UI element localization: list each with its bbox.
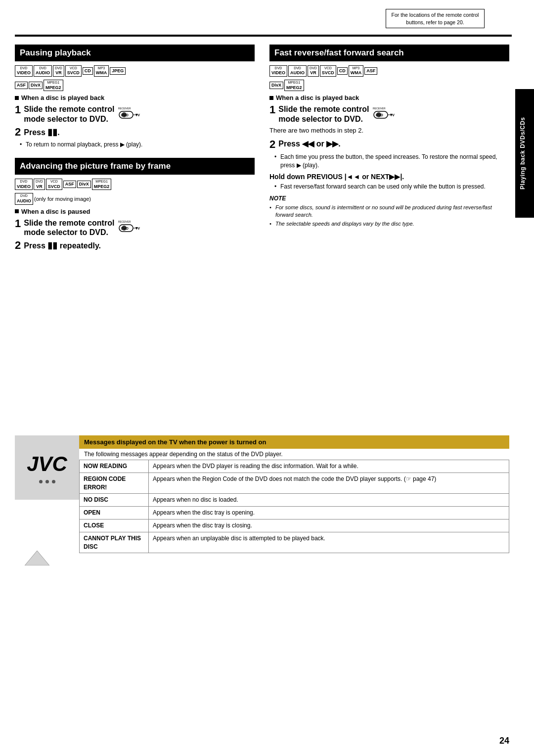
- svg-text:RECEIVER: RECEIVER: [118, 107, 131, 110]
- badge-dvd-vr: DVDVR: [53, 65, 64, 77]
- badge-fs-vcd: VCDSVCD: [320, 65, 336, 77]
- fast-when-label: When a disc is played back: [269, 94, 509, 101]
- fast-formats-row2: DivX MPEG1MPEG2: [269, 80, 509, 91]
- note-item1: For some discs, sound is intermittent or…: [269, 204, 509, 219]
- table-row: NO DISCAppears when no disc is loaded.: [80, 494, 509, 507]
- badge-mpeg12: MPEG1MPEG2: [44, 80, 63, 91]
- badge-divx: DivX: [29, 82, 43, 89]
- jvc-dots: [39, 480, 55, 483]
- advancing-step2: 2 Press ▮▮ repeatedly.: [15, 240, 255, 251]
- advancing-step1: 1 Slide the remote control mode selector…: [15, 218, 255, 237]
- side-tab: Playing back DVDs/CDs: [515, 89, 534, 218]
- message-description: Appears when the disc tray is opening.: [149, 507, 509, 520]
- svg-text:DVD: DVD: [376, 113, 383, 117]
- advancing-step1-content: Slide the remote control mode selector t…: [24, 218, 255, 237]
- black-bullet-1: [15, 96, 19, 100]
- advancing-formats-row2: DVDAUDIO (only for moving image): [15, 193, 255, 204]
- note-title: NOTE: [269, 195, 509, 202]
- table-row: OPENAppears when the disc tray is openin…: [80, 507, 509, 520]
- message-code: NO DISC: [80, 494, 149, 507]
- advancing-frame-header: Advancing the picture frame by frame: [15, 158, 255, 175]
- badge-asf: ASF: [15, 82, 28, 89]
- badge-fs-divx: DivX: [269, 82, 283, 89]
- pausing-step1: 1 Slide the remote control mode selector…: [15, 104, 255, 124]
- fast-step2: 2 Press ◀◀ or ▶▶.: [269, 139, 509, 150]
- fast-step1-number: 1: [269, 104, 275, 115]
- message-description: Appears when the DVD player is reading t…: [149, 460, 509, 473]
- message-description: Appears when no disc is loaded.: [149, 494, 509, 507]
- badge-fs-asf: ASF: [364, 67, 377, 75]
- pausing-step1-title: Slide the remote control: [24, 105, 114, 113]
- table-row: NOW READINGAppears when the DVD player i…: [80, 460, 509, 473]
- advancing-step1-number: 1: [15, 218, 21, 229]
- svg-text:DVD: DVD: [121, 113, 129, 117]
- badge-af-vcd: VCDSVCD: [46, 179, 62, 190]
- badge-af-mpeg12: MPEG1MPEG2: [92, 179, 112, 190]
- badge-fs-dvd-video: DVDVIDEO: [269, 65, 287, 77]
- badge-mp3: MP3WMA: [94, 65, 109, 77]
- badge-af-dvd-vr: DVDVR: [34, 179, 45, 190]
- message-code: NOW READING: [80, 460, 149, 473]
- top-note: For the locations of the remote control …: [386, 9, 485, 28]
- dot1: [39, 480, 43, 483]
- pausing-formats-row1: DVDVIDEO DVDAUDIO DVDVR VCDSVCD CD MP3WM…: [15, 65, 255, 77]
- messages-table: NOW READINGAppears when the DVD player i…: [79, 460, 509, 553]
- message-code: REGION CODE ERROR!: [80, 472, 149, 494]
- left-column: Pausing playback DVDVIDEO DVDAUDIO DVDVR…: [15, 45, 255, 254]
- message-description: Appears when an unplayable disc is attem…: [149, 532, 509, 553]
- fast-search-section: Fast reverse/fast forward search DVDVIDE…: [269, 45, 509, 228]
- badge-af-dvd-video: DVDVIDEO: [15, 179, 33, 190]
- pausing-step1-sub: mode selector to DVD.: [24, 115, 108, 123]
- right-column: Fast reverse/fast forward search DVDVIDE…: [269, 45, 509, 254]
- advancing-when-label: When a disc is paused: [15, 208, 255, 215]
- advancing-step2-text: Press ▮▮ repeatedly.: [24, 241, 101, 250]
- svg-marker-18: [25, 551, 49, 566]
- jvc-section: JVC Messages displayed on the TV when: [15, 435, 509, 553]
- message-code: OPEN: [80, 507, 149, 520]
- pausing-formats-row2: ASF DivX MPEG1MPEG2: [15, 80, 255, 91]
- jvc-arrow: [25, 551, 49, 567]
- bottom-section: JVC Messages displayed on the TV when: [15, 435, 509, 553]
- pausing-bullets: To return to normal playback, press ▶ (p…: [20, 141, 255, 149]
- badge-dvd-video: DVDVIDEO: [15, 65, 33, 77]
- message-description: Appears when the Region Code of the DVD …: [149, 472, 509, 494]
- fast-search-header: Fast reverse/fast forward search: [269, 45, 509, 61]
- fast-step2-text: Press ◀◀ or ▶▶.: [278, 140, 340, 148]
- pausing-bullet1: To return to normal playback, press ▶ (p…: [20, 141, 255, 149]
- page-container: For the locations of the remote control …: [0, 0, 534, 756]
- badge-fs-dvd-audio: DVDAUDIO: [288, 65, 307, 77]
- hold-bullets: Fast reverse/fast forward search can be …: [274, 183, 509, 191]
- note-item2: The selectable speeds and displays vary …: [269, 220, 509, 228]
- pausing-playback-section: Pausing playback DVDVIDEO DVDAUDIO DVDVR…: [15, 45, 255, 149]
- table-row: CANNOT PLAY THIS DISCAppears when an unp…: [80, 532, 509, 553]
- remote-control-img-2: RECEIVER TV: [118, 219, 145, 236]
- pausing-when-label: When a disc is played back: [15, 94, 255, 101]
- svg-text:RECEIVER: RECEIVER: [373, 107, 386, 110]
- black-bullet-2: [15, 209, 19, 213]
- advancing-step2-content: Press ▮▮ repeatedly.: [24, 240, 255, 251]
- fast-step2-number: 2: [269, 139, 275, 150]
- page-number: 24: [499, 736, 509, 746]
- fast-step1: 1 Slide the remote control mode selector…: [269, 104, 509, 124]
- dot2: [45, 480, 49, 483]
- hold-title: Hold down PREVIOUS |◄◄ or NEXT▶▶|.: [269, 173, 509, 181]
- black-bullet-3: [269, 96, 273, 100]
- jvc-right: Messages displayed on the TV when the po…: [79, 435, 509, 553]
- pausing-playback-header: Pausing playback: [15, 45, 255, 61]
- top-line: [15, 35, 512, 37]
- advancing-step1-sub: mode selector to DVD.: [24, 228, 108, 236]
- badge-fs-mpeg12: MPEG1MPEG2: [284, 80, 304, 91]
- fast-step2-content: Press ◀◀ or ▶▶.: [278, 139, 509, 148]
- badge-fs-dvd-vr: DVDVR: [308, 65, 319, 77]
- fast-bullet1: Each time you press the button, the spee…: [274, 153, 509, 170]
- remote-control-img-1: RECEIVER TV: [118, 105, 145, 123]
- dot3: [52, 480, 55, 483]
- advancing-frame-section: Advancing the picture frame by frame DVD…: [15, 158, 255, 251]
- pausing-step2-text: Press ▮▮.: [24, 128, 60, 137]
- table-row: CLOSEAppears when the disc tray is closi…: [80, 519, 509, 532]
- hold-bullet1: Fast reverse/fast forward search can be …: [274, 183, 509, 191]
- fast-bullets: Each time you press the button, the spee…: [274, 153, 509, 170]
- pausing-step1-content: Slide the remote control mode selector t…: [24, 104, 255, 124]
- fast-step1-title: Slide the remote control: [278, 105, 369, 113]
- message-code: CANNOT PLAY THIS DISC: [80, 532, 149, 553]
